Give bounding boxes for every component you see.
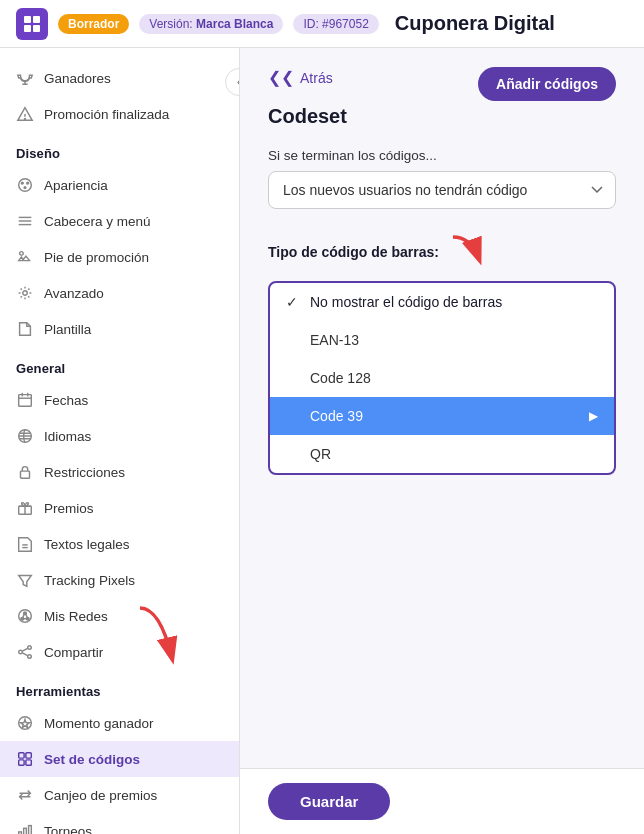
apariencia-label: Apariencia	[44, 178, 108, 193]
torneos-label: Torneos	[44, 824, 92, 835]
sidebar-item-premios[interactable]: Premios	[0, 490, 239, 526]
svg-point-13	[23, 291, 28, 296]
share-circle-icon	[16, 607, 34, 625]
cursor-icon: ▶	[589, 409, 598, 423]
pie-de-promocion-label: Pie de promoción	[44, 250, 149, 265]
ganadores-label: Ganadores	[44, 71, 111, 86]
svg-line-34	[22, 653, 27, 656]
codes-select[interactable]: Los nuevos usuarios no tendrán código	[268, 171, 616, 209]
sidebar: ‹ Ganadores Promoción finalizada Diseño	[0, 48, 240, 834]
trophy-icon	[16, 69, 34, 87]
sidebar-item-tracking-pixels[interactable]: Tracking Pixels	[0, 562, 239, 598]
svg-point-31	[19, 650, 23, 654]
check-icon: ✓	[286, 294, 302, 310]
page-title: Cuponera Digital	[395, 12, 555, 35]
bar-chart-icon	[16, 822, 34, 834]
svg-line-33	[22, 648, 27, 651]
filter-icon	[16, 571, 34, 589]
exchange-icon	[16, 786, 34, 804]
svg-rect-0	[24, 16, 31, 23]
svg-point-9	[24, 187, 26, 189]
star-circle-icon	[16, 714, 34, 732]
sidebar-item-set-de-codigos[interactable]: Set de códigos	[0, 741, 239, 777]
sidebar-item-apariencia[interactable]: Apariencia	[0, 167, 239, 203]
file-icon	[16, 320, 34, 338]
svg-rect-2	[24, 25, 31, 32]
fechas-label: Fechas	[44, 393, 88, 408]
calendar-icon	[16, 391, 34, 409]
sidebar-item-idiomas[interactable]: Idiomas	[0, 418, 239, 454]
badge-id: ID: #967052	[293, 14, 378, 34]
svg-rect-36	[19, 753, 24, 758]
gift-icon	[16, 499, 34, 517]
svg-rect-3	[33, 25, 40, 32]
svg-rect-19	[21, 471, 30, 478]
sidebar-item-plantilla[interactable]: Plantilla	[0, 311, 239, 347]
warning-icon	[16, 105, 34, 123]
add-codes-button[interactable]: Añadir códigos	[478, 67, 616, 101]
svg-point-6	[19, 179, 32, 192]
textos-legales-label: Textos legales	[44, 537, 130, 552]
footer-icon	[16, 248, 34, 266]
share-icon	[16, 643, 34, 661]
codes-label: Si se terminan los códigos...	[268, 148, 616, 163]
back-label: Atrás	[300, 70, 333, 86]
grid-icon	[16, 750, 34, 768]
barcode-label: Tipo de código de barras:	[268, 233, 616, 271]
sidebar-item-promocion-finalizada[interactable]: Promoción finalizada	[0, 96, 239, 132]
sidebar-item-pie-de-promocion[interactable]: Pie de promoción	[0, 239, 239, 275]
momento-ganador-label: Momento ganador	[44, 716, 154, 731]
dropdown-item-ean13[interactable]: EAN-13	[270, 321, 614, 359]
idiomas-label: Idiomas	[44, 429, 91, 444]
sidebar-item-textos-legales[interactable]: Textos legales	[0, 526, 239, 562]
badge-borrador: Borrador	[58, 14, 129, 34]
mis-redes-label: Mis Redes	[44, 609, 108, 624]
svg-point-7	[21, 182, 23, 184]
restricciones-label: Restricciones	[44, 465, 125, 480]
compartir-label: Compartir	[44, 645, 103, 660]
sidebar-item-restricciones[interactable]: Restricciones	[0, 454, 239, 490]
cabecera-menu-label: Cabecera y menú	[44, 214, 151, 229]
svg-rect-1	[33, 16, 40, 23]
sidebar-item-canjeo-de-premios[interactable]: Canjeo de premios	[0, 777, 239, 813]
save-button[interactable]: Guardar	[268, 783, 390, 820]
sidebar-item-fechas[interactable]: Fechas	[0, 382, 239, 418]
sidebar-item-momento-ganador[interactable]: Momento ganador	[0, 705, 239, 741]
palette-icon	[16, 176, 34, 194]
dropdown-item-no-mostrar[interactable]: ✓ No mostrar el código de barras	[270, 283, 614, 321]
svg-rect-37	[26, 753, 31, 758]
sidebar-item-avanzado[interactable]: Avanzado	[0, 275, 239, 311]
svg-point-30	[28, 646, 32, 650]
svg-line-27	[23, 614, 24, 618]
section-herramientas: Herramientas	[0, 670, 239, 705]
dropdown-item-code128[interactable]: Code 128	[270, 359, 614, 397]
set-de-codigos-label: Set de códigos	[44, 752, 140, 767]
main-layout: ‹ Ganadores Promoción finalizada Diseño	[0, 48, 644, 834]
menu-icon	[16, 212, 34, 230]
language-icon	[16, 427, 34, 445]
premios-label: Premios	[44, 501, 94, 516]
svg-rect-14	[19, 395, 32, 407]
chevron-left-icon: ❮❮	[268, 68, 294, 87]
sidebar-item-torneos[interactable]: Torneos	[0, 813, 239, 834]
svg-rect-42	[29, 826, 32, 834]
content-area: ❮❮ Atrás Codeset Añadir códigos Si se te…	[240, 48, 644, 834]
section-diseno: Diseño	[0, 132, 239, 167]
settings-icon	[16, 284, 34, 302]
svg-rect-41	[24, 828, 27, 834]
dropdown-item-code39[interactable]: Code 39 ▶	[270, 397, 614, 435]
barcode-dropdown[interactable]: ✓ No mostrar el código de barras EAN-13 …	[268, 281, 616, 475]
topbar: Borrador Versión: Marca Blanca ID: #9670…	[0, 0, 644, 48]
svg-line-28	[26, 614, 27, 618]
sidebar-item-ganadores[interactable]: Ganadores	[0, 60, 239, 96]
red-arrow-icon	[451, 233, 491, 271]
svg-rect-38	[19, 760, 24, 765]
section-general: General	[0, 347, 239, 382]
sidebar-item-compartir[interactable]: Compartir	[0, 634, 239, 670]
promocion-finalizada-label: Promoción finalizada	[44, 107, 169, 122]
dropdown-item-qr[interactable]: QR	[270, 435, 614, 473]
plantilla-label: Plantilla	[44, 322, 91, 337]
sidebar-item-cabecera-menu[interactable]: Cabecera y menú	[0, 203, 239, 239]
sidebar-item-mis-redes[interactable]: Mis Redes	[0, 598, 239, 634]
svg-rect-39	[26, 760, 31, 765]
